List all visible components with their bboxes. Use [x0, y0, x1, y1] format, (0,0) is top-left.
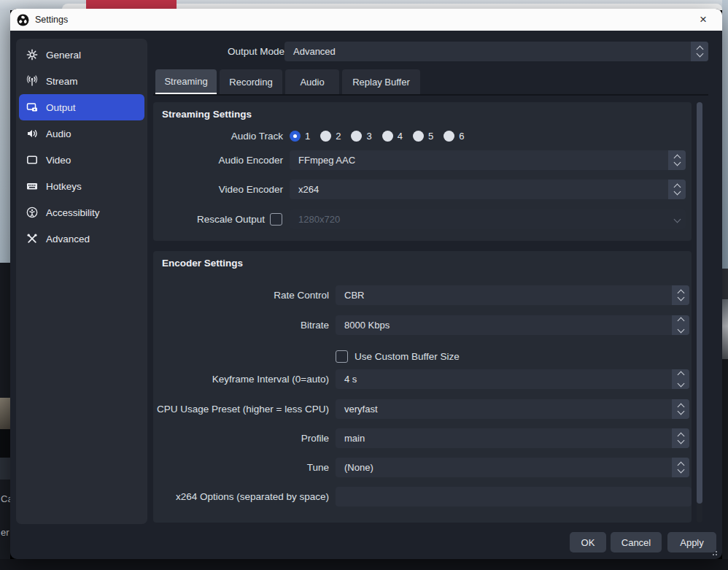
audio-track-1[interactable]: 1: [290, 131, 310, 142]
sidebar-item-stream[interactable]: Stream: [19, 68, 144, 94]
background-text-fragment: Ca: [1, 493, 10, 504]
keyframe-interval-spinbox[interactable]: 4 s: [336, 369, 689, 389]
sidebar-item-label: Hotkeys: [46, 181, 82, 192]
sidebar-item-audio[interactable]: Audio: [19, 120, 144, 147]
sidebar-item-accessibility[interactable]: Accessibility: [19, 199, 144, 226]
radio-icon: [320, 131, 331, 142]
window-title: Settings: [35, 15, 68, 25]
video-encoder-label: Video Encoder: [153, 180, 283, 199]
screen: Ca er Settings ×: [0, 0, 728, 570]
rescale-output-checkbox[interactable]: [270, 213, 282, 226]
cpu-usage-preset-dropdown[interactable]: veryfast: [336, 399, 689, 419]
tab-audio[interactable]: Audio: [285, 69, 339, 94]
broadcast-icon: [26, 75, 38, 87]
scrollbar-track[interactable]: [697, 102, 702, 523]
sidebar-item-label: Audio: [46, 128, 71, 139]
audio-track-row: Audio Track 1 2 3 4 5 6: [153, 126, 692, 146]
background-sky: [0, 10, 10, 263]
x264-options-label: x264 Options (separated by space): [153, 487, 329, 507]
audio-encoder-label: Audio Encoder: [153, 150, 283, 170]
encoder-settings-heading: Encoder Settings: [162, 258, 243, 269]
accessibility-icon: [26, 207, 38, 218]
settings-sidebar: General Stream Output: [16, 39, 147, 524]
sidebar-item-output[interactable]: Output: [19, 94, 144, 120]
gear-icon: [26, 49, 38, 61]
rescale-resolution-combobox[interactable]: 1280x720: [290, 209, 686, 229]
use-custom-buffer-size-label: Use Custom Buffer Size: [355, 347, 460, 366]
background-sky: [722, 0, 728, 269]
speaker-icon: [26, 128, 38, 139]
output-icon: [26, 101, 38, 113]
custom-buffer-row: Use Custom Buffer Size: [153, 347, 692, 366]
background-strip: [722, 269, 728, 299]
obs-logo-icon: [17, 14, 29, 26]
x264-options-input[interactable]: [336, 487, 692, 507]
resize-grip[interactable]: [710, 549, 717, 555]
background-panel-fragment: [0, 458, 10, 480]
use-custom-buffer-size-checkbox[interactable]: [336, 350, 348, 363]
streaming-settings-heading: Streaming Settings: [162, 109, 252, 120]
cancel-button[interactable]: Cancel: [611, 532, 662, 552]
dropdown-arrows-icon: [672, 428, 689, 448]
sidebar-item-label: Advanced: [46, 234, 90, 244]
dropdown-arrows-icon: [672, 458, 689, 477]
sidebar-item-hotkeys[interactable]: Hotkeys: [19, 173, 144, 199]
rate-control-label: Rate Control: [153, 285, 329, 305]
profile-dropdown[interactable]: main: [336, 428, 689, 448]
audio-track-6[interactable]: 6: [444, 131, 464, 142]
tabs-separator: [153, 94, 708, 96]
profile-label: Profile: [153, 428, 329, 448]
output-mode-dropdown[interactable]: Advanced: [284, 42, 708, 61]
keyframe-interval-label: Keyframe Interval (0=auto): [153, 369, 329, 389]
bitrate-spinbox[interactable]: 8000 Kbps: [336, 315, 689, 335]
background-dark-strip: [0, 429, 10, 458]
dropdown-arrows-icon: [672, 399, 689, 419]
spinbox-arrows-icon[interactable]: [672, 315, 689, 335]
audio-track-4[interactable]: 4: [382, 131, 403, 142]
radio-icon: [382, 131, 393, 142]
close-button[interactable]: ×: [692, 9, 715, 31]
monitor-icon: [26, 154, 38, 166]
tab-recording[interactable]: Recording: [220, 69, 282, 94]
rate-control-dropdown[interactable]: CBR: [336, 285, 689, 305]
tools-icon: [26, 233, 38, 244]
streaming-settings-panel: Streaming Settings Audio Track 1 2 3 4 5…: [153, 102, 692, 241]
audio-track-5[interactable]: 5: [413, 131, 433, 142]
background-image-fragment: [0, 398, 10, 429]
sidebar-item-general[interactable]: General: [19, 42, 144, 68]
cpu-usage-preset-label: CPU Usage Preset (higher = less CPU): [153, 399, 329, 419]
sidebar-item-label: Output: [46, 102, 76, 113]
apply-button[interactable]: Apply: [667, 532, 716, 552]
radio-icon: [444, 131, 454, 142]
tab-replay-buffer[interactable]: Replay Buffer: [342, 69, 420, 94]
desktop-background-right: [722, 0, 728, 570]
rescale-output-label: Rescale Output: [153, 209, 265, 229]
audio-track-radio-group: 1 2 3 4 5 6: [290, 126, 474, 146]
audio-track-label: Audio Track: [153, 126, 283, 146]
video-encoder-dropdown[interactable]: x264: [290, 180, 686, 199]
spinbox-arrows-icon[interactable]: [672, 369, 689, 389]
tune-dropdown[interactable]: (None): [336, 458, 689, 477]
bitrate-label: Bitrate: [153, 315, 329, 335]
background-text-fragment: er: [1, 527, 9, 538]
keyboard-icon: [26, 180, 38, 192]
sidebar-item-label: General: [46, 50, 81, 61]
encoder-settings-panel: Encoder Settings Rate Control CBR Bitrat…: [153, 251, 692, 523]
background-light-streak: [722, 299, 728, 359]
output-mode-label: Output Mode: [175, 42, 290, 61]
sidebar-item-advanced[interactable]: Advanced: [19, 226, 144, 252]
dropdown-arrows-icon: [668, 180, 686, 199]
radio-checked-icon: [290, 131, 301, 142]
title-bar[interactable]: Settings ×: [10, 9, 722, 31]
sidebar-item-label: Stream: [46, 76, 78, 87]
dropdown-arrow-icon: [668, 209, 686, 229]
dropdown-arrows-icon: [668, 150, 686, 170]
audio-track-3[interactable]: 3: [351, 131, 371, 142]
audio-track-2[interactable]: 2: [320, 131, 341, 142]
desktop-background-bottom: [0, 559, 728, 570]
audio-encoder-dropdown[interactable]: FFmpeg AAC: [290, 150, 686, 170]
scrollbar-thumb[interactable]: [697, 102, 702, 504]
sidebar-item-video[interactable]: Video: [19, 147, 144, 173]
tab-streaming[interactable]: Streaming: [155, 69, 217, 94]
ok-button[interactable]: OK: [570, 532, 606, 552]
